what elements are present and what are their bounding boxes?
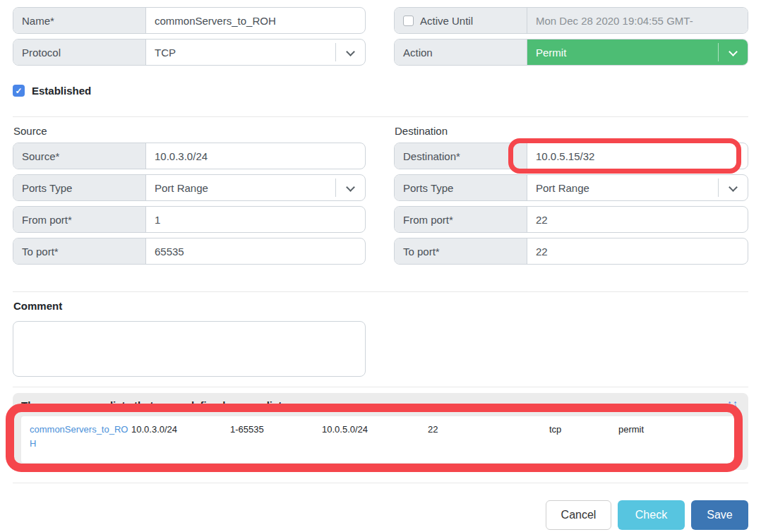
destination-section: Destination Destination* Ports Type Port… xyxy=(394,117,748,270)
action-select[interactable]: Permit xyxy=(527,40,748,65)
save-button[interactable]: Save xyxy=(691,500,748,530)
select-divider xyxy=(718,43,719,61)
source-destination-sections: Source Source* Ports Type Port Range Fro… xyxy=(13,117,748,270)
active-until-label: Active Until xyxy=(395,8,527,33)
acl-rule-form: Name* Protocol TCP Active Until xyxy=(0,0,761,532)
source-to-port-group: To port* xyxy=(13,238,366,265)
top-fields: Name* Protocol TCP Active Until xyxy=(13,7,748,71)
name-input[interactable] xyxy=(146,8,365,33)
acl-source-ports-cell: 1-65535 xyxy=(230,423,322,451)
source-from-port-input[interactable] xyxy=(146,207,365,232)
chevron-down-icon xyxy=(346,183,355,192)
action-field-group: Action Permit xyxy=(394,39,748,66)
name-field-group: Name* xyxy=(13,7,366,34)
source-address-group: Source* xyxy=(13,143,366,169)
source-address-input[interactable] xyxy=(146,143,365,169)
divider xyxy=(13,387,748,387)
destination-address-label: Destination* xyxy=(395,143,527,169)
source-ports-type-group: Ports Type Port Range xyxy=(13,174,366,201)
source-to-port-label: To port* xyxy=(13,238,146,264)
active-until-date-input xyxy=(527,8,748,33)
acl-name-link[interactable]: commonServers_to_ROH xyxy=(30,424,128,449)
destination-ports-type-select[interactable]: Port Range xyxy=(527,175,748,200)
protocol-field-group: Protocol TCP xyxy=(13,39,366,66)
comment-title: Comment xyxy=(13,300,748,312)
collapse-icon[interactable]: ↕↕ xyxy=(727,398,738,409)
established-checkbox[interactable]: ✓ xyxy=(13,85,25,97)
overlapping-acl-panel-title: There are access lists that cover define… xyxy=(21,399,740,411)
footer-actions: Cancel Check Save xyxy=(13,500,748,530)
select-divider xyxy=(335,43,336,61)
overlapping-acl-table: commonServers_to_ROH 10.0.3.0/24 1-65535… xyxy=(21,416,740,463)
chevron-down-icon xyxy=(346,47,355,56)
protocol-label: Protocol xyxy=(13,40,146,65)
acl-source-cell: 10.0.3.0/24 xyxy=(131,423,230,451)
cancel-button[interactable]: Cancel xyxy=(546,500,611,530)
protocol-select[interactable]: TCP xyxy=(146,40,365,65)
acl-destination-ports-cell: 22 xyxy=(428,423,549,451)
select-divider xyxy=(335,179,336,197)
active-until-field-group: Active Until xyxy=(394,7,748,34)
destination-from-port-input[interactable] xyxy=(527,207,748,232)
select-divider xyxy=(718,179,719,197)
destination-ports-type-value: Port Range xyxy=(536,182,589,194)
destination-ports-type-label: Ports Type xyxy=(395,175,527,200)
destination-from-port-group: From port* xyxy=(394,206,748,233)
chevron-down-icon xyxy=(729,47,738,56)
divider xyxy=(13,291,748,292)
destination-address-input[interactable] xyxy=(527,143,748,169)
source-ports-type-label: Ports Type xyxy=(13,175,146,200)
divider xyxy=(13,483,748,483)
chevron-down-icon xyxy=(729,183,738,192)
active-until-label-text: Active Until xyxy=(420,15,473,27)
source-ports-type-select[interactable]: Port Range xyxy=(146,175,365,200)
action-label: Action xyxy=(395,40,527,65)
acl-action-cell: permit xyxy=(618,423,731,451)
action-selected-value: Permit xyxy=(536,47,566,59)
destination-from-port-label: From port* xyxy=(395,207,527,232)
name-label: Name* xyxy=(13,8,146,33)
established-row: ✓ Established xyxy=(13,85,748,97)
source-address-label: Source* xyxy=(13,143,146,169)
active-until-checkbox[interactable] xyxy=(403,16,414,26)
source-ports-type-value: Port Range xyxy=(155,182,208,194)
source-from-port-group: From port* xyxy=(13,206,366,233)
table-row: commonServers_to_ROH 10.0.3.0/24 1-65535… xyxy=(30,423,731,451)
destination-to-port-input[interactable] xyxy=(527,238,748,264)
source-to-port-input[interactable] xyxy=(146,238,365,264)
source-section-title: Source xyxy=(13,125,366,137)
acl-destination-cell: 10.0.5.0/24 xyxy=(322,423,428,451)
acl-protocol-cell: tcp xyxy=(549,423,618,451)
destination-to-port-group: To port* xyxy=(394,238,748,265)
overlapping-acl-panel: There are access lists that cover define… xyxy=(13,393,748,470)
destination-ports-type-group: Ports Type Port Range xyxy=(394,174,748,201)
protocol-selected-value: TCP xyxy=(155,47,176,59)
destination-address-group: Destination* xyxy=(394,143,748,169)
source-from-port-label: From port* xyxy=(13,207,146,232)
established-label: Established xyxy=(32,85,91,97)
check-button[interactable]: Check xyxy=(618,500,685,530)
source-section: Source Source* Ports Type Port Range Fro… xyxy=(13,117,366,270)
destination-to-port-label: To port* xyxy=(395,238,527,264)
comment-textarea[interactable] xyxy=(13,321,366,377)
destination-section-title: Destination xyxy=(395,125,748,137)
